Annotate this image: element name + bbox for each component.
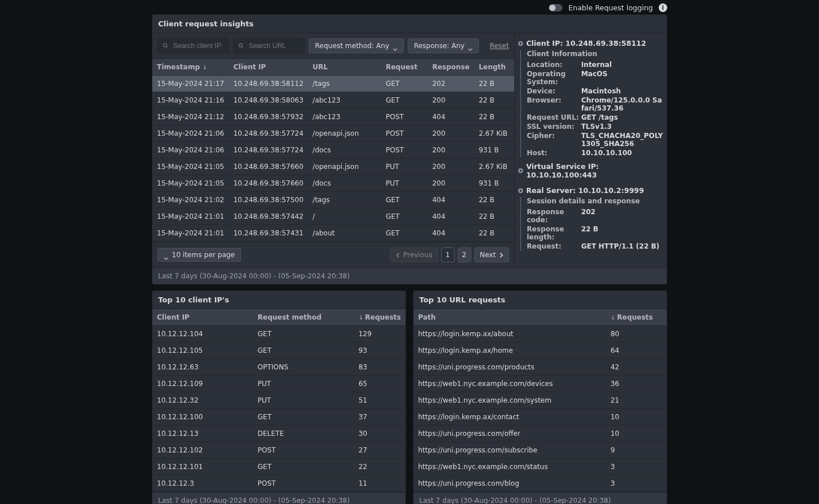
cell-request: POST: [381, 109, 427, 125]
cell-url: /openapi.json: [308, 125, 381, 142]
search-url-wrapper[interactable]: [233, 38, 305, 53]
cell-timestamp: 15-May-2024 21:16: [152, 92, 229, 109]
cell-requests: 10: [606, 409, 667, 426]
table-row[interactable]: https://login.kemp.ax/contact10: [414, 409, 667, 426]
table-row[interactable]: 15-May-2024 21:0110.248.69.38:57431/abou…: [152, 225, 514, 242]
col-request[interactable]: Request: [381, 59, 427, 76]
info-icon[interactable]: i: [659, 3, 667, 12]
response-filter[interactable]: Response: Any: [408, 38, 479, 53]
col-client-ip[interactable]: Client IP: [152, 309, 253, 326]
col-url[interactable]: URL: [308, 59, 381, 76]
table-row[interactable]: 15-May-2024 21:0510.248.69.38:57660/docs…: [152, 175, 514, 192]
cell-request: GET: [381, 76, 427, 92]
search-client-ip-wrapper[interactable]: [158, 38, 229, 53]
table-row[interactable]: 10.12.12.102POST27: [152, 442, 405, 459]
table-row[interactable]: 15-May-2024 21:0610.248.69.38:57724/open…: [152, 125, 514, 142]
filters-bar: Request method: Any Response: Any Reset: [152, 33, 514, 59]
col-request-method[interactable]: Request method: [253, 309, 354, 326]
items-per-page-label: 10 items per page: [172, 251, 235, 259]
table-row[interactable]: 15-May-2024 21:1710.248.69.38:58112/tags…: [152, 76, 514, 92]
cell-method: OPTIONS: [253, 359, 354, 376]
cell-length: 931 B: [474, 175, 514, 192]
cell-client_ip: 10.248.69.38:57724: [229, 125, 308, 142]
reset-filters-link[interactable]: Reset: [490, 42, 509, 50]
col-client-ip[interactable]: Client IP: [229, 59, 308, 76]
col-requests[interactable]: ↓Requests: [354, 309, 405, 326]
request-method-filter[interactable]: Request method: Any: [309, 38, 404, 53]
insights-footer: Last 7 days (30-Aug-2024 00:00) - (05-Se…: [152, 267, 667, 284]
cell-request: POST: [381, 125, 427, 142]
cell-request: GET: [381, 225, 427, 242]
table-row[interactable]: 15-May-2024 21:1610.248.69.38:58063/abc1…: [152, 92, 514, 109]
top-client-ips-footer: Last 7 days (30-Aug-2024 00:00) - (05-Se…: [152, 492, 405, 504]
table-row[interactable]: 10.12.12.104GET129: [152, 326, 405, 342]
cell-request: PUT: [381, 159, 427, 175]
table-row[interactable]: https://uni.progress.com/products42: [414, 359, 667, 376]
table-row[interactable]: https://uni.progress.com/subscribe9: [414, 442, 667, 459]
table-row[interactable]: 10.12.12.3POST11: [152, 475, 405, 492]
prev-page-button[interactable]: Previous: [390, 247, 438, 262]
table-row[interactable]: 10.12.12.13DELETE30: [152, 426, 405, 442]
cell-client_ip: 10.248.69.38:57724: [229, 142, 308, 159]
cell-url: /abc123: [308, 109, 381, 125]
col-length[interactable]: Length: [474, 59, 514, 76]
table-row[interactable]: https://uni.progress.com/offer10: [414, 426, 667, 442]
page-number-2[interactable]: 2: [458, 247, 471, 262]
cell-url: /tags: [308, 192, 381, 208]
cell-method: PUT: [253, 376, 354, 392]
cell-path: https://uni.progress.com/products: [414, 359, 606, 376]
items-per-page-selector[interactable]: 10 items per page: [158, 248, 241, 262]
cell-path: https://web1.nyc.example.com/status: [414, 459, 606, 475]
table-row[interactable]: https://web1.nyc.example.com/system21: [414, 392, 667, 409]
cell-response: 200: [428, 175, 474, 192]
table-row[interactable]: 15-May-2024 21:0210.248.69.38:57500/tags…: [152, 192, 514, 208]
col-path[interactable]: Path: [414, 309, 606, 326]
search-client-ip-input[interactable]: [172, 41, 224, 50]
cell-url: /docs: [308, 175, 381, 192]
cell-requests: 64: [606, 342, 667, 359]
kv-value: TLS_CHACHA20_POLY1305_SHA256: [581, 132, 664, 148]
cell-request: GET: [381, 92, 427, 109]
kv-value: 22 B: [581, 225, 664, 241]
table-row[interactable]: 10.12.12.32PUT51: [152, 392, 405, 409]
table-row[interactable]: 10.12.12.63OPTIONS83: [152, 359, 405, 376]
next-page-button[interactable]: Next: [474, 247, 509, 262]
table-row[interactable]: https://uni.progress.com/blog3: [414, 475, 667, 492]
cell-timestamp: 15-May-2024 21:05: [152, 175, 229, 192]
table-row[interactable]: 15-May-2024 21:1210.248.69.38:57932/abc1…: [152, 109, 514, 125]
table-row[interactable]: 15-May-2024 21:0110.248.69.38:57442/GET4…: [152, 208, 514, 225]
cell-url: /docs: [308, 142, 381, 159]
pager: 10 items per page Previous 1 2 Next: [152, 242, 514, 267]
table-row[interactable]: 10.12.12.105GET93: [152, 342, 405, 359]
insights-title: Client request insights: [152, 15, 667, 33]
table-row[interactable]: 15-May-2024 21:0510.248.69.38:57660/open…: [152, 159, 514, 175]
top-url-requests-footer: Last 7 days (30-Aug-2024 00:00) - (05-Se…: [414, 492, 667, 504]
kv-value: TLSv1.3: [581, 123, 664, 131]
cell-method: POST: [253, 442, 354, 459]
table-row[interactable]: https://login.kemp.ax/home64: [414, 342, 667, 359]
table-row[interactable]: https://web1.nyc.example.com/devices36: [414, 376, 667, 392]
table-row[interactable]: 10.12.12.101GET22: [152, 459, 405, 475]
sort-desc-icon: ↓: [611, 314, 615, 321]
table-row[interactable]: https://web1.nyc.example.com/status3: [414, 459, 667, 475]
cell-requests: 83: [354, 359, 405, 376]
bullet-icon: [518, 41, 523, 46]
table-row[interactable]: https://login.kemp.ax/about80: [414, 326, 667, 342]
col-response[interactable]: Response: [428, 59, 474, 76]
col-timestamp[interactable]: Timestamp ↓: [152, 59, 229, 76]
cell-length: 22 B: [474, 192, 514, 208]
cell-client_ip: 10.248.69.38:57500: [229, 192, 308, 208]
table-row[interactable]: 10.12.12.100GET37: [152, 409, 405, 426]
col-requests[interactable]: ↓Requests: [606, 309, 667, 326]
cell-requests: 51: [354, 392, 405, 409]
cell-length: 2.67 KiB: [474, 125, 514, 142]
table-row[interactable]: 10.12.12.109PUT65: [152, 376, 405, 392]
enable-logging-toggle[interactable]: [549, 4, 562, 11]
cell-ip: 10.12.12.13: [152, 426, 253, 442]
page-number-1[interactable]: 1: [441, 247, 455, 262]
kv-row: Host:10.10.10.100: [527, 148, 664, 158]
cell-ip: 10.12.12.105: [152, 342, 253, 359]
table-row[interactable]: 15-May-2024 21:0610.248.69.38:57724/docs…: [152, 142, 514, 159]
search-url-input[interactable]: [247, 41, 300, 50]
kv-row: Request URL:GET /tags: [527, 113, 664, 122]
